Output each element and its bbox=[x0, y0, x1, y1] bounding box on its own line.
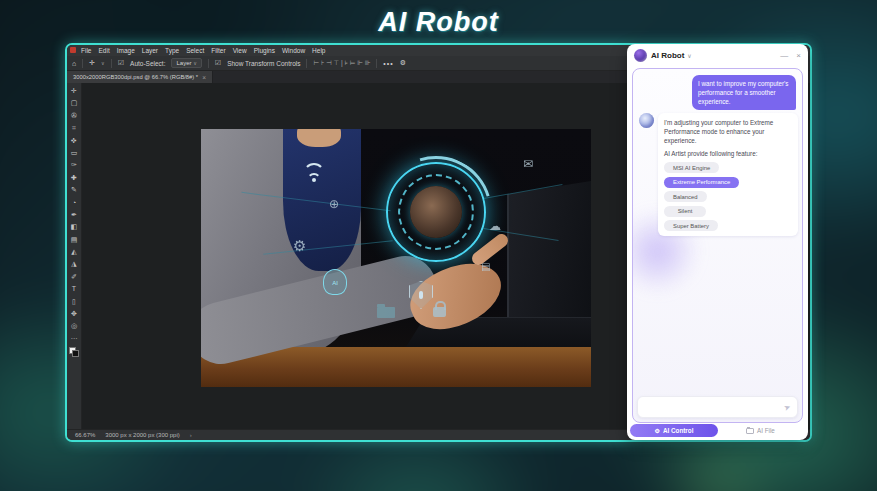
home-icon[interactable]: ⌂ bbox=[72, 60, 76, 67]
chevron-down-icon[interactable]: ∨ bbox=[101, 60, 105, 66]
auto-select-label: Auto-Select: bbox=[130, 60, 165, 67]
crop-tool-icon[interactable]: ✜ bbox=[71, 135, 77, 147]
chat-area: I want to improve my computer's performa… bbox=[632, 68, 803, 423]
send-icon[interactable]: ➤ bbox=[783, 402, 792, 413]
menu-view[interactable]: View bbox=[233, 47, 247, 54]
eyedropper-tool-icon[interactable]: ✑ bbox=[71, 159, 77, 171]
feature-pill-super-battery[interactable]: Super Battery bbox=[664, 220, 718, 231]
feature-pill-extreme-performance[interactable]: Extreme Performance bbox=[664, 177, 739, 188]
menu-type[interactable]: Type bbox=[165, 47, 179, 54]
marquee-tool-icon[interactable]: ▢ bbox=[71, 97, 78, 109]
menu-filter[interactable]: Filter bbox=[211, 47, 225, 54]
object-selection-tool-icon[interactable]: ⌗ bbox=[72, 122, 76, 134]
ai-message-card: I'm adjusting your computer to Extreme P… bbox=[658, 113, 798, 236]
chat-input[interactable] bbox=[638, 404, 784, 411]
document-dimensions: 3000 px x 2000 px (300 ppi) bbox=[105, 432, 179, 438]
menu-layer[interactable]: Layer bbox=[142, 47, 158, 54]
feature-pill-msi-ai-engine[interactable]: MSI AI Engine bbox=[664, 162, 719, 173]
menu-plugins[interactable]: Plugins bbox=[254, 47, 275, 54]
ai-panel-title: AI Robot bbox=[651, 51, 684, 60]
close-icon[interactable]: × bbox=[202, 74, 206, 81]
color-swatches[interactable] bbox=[69, 347, 79, 357]
ai-panel-header: AI Robot ∨ — × bbox=[627, 44, 808, 67]
tune-icon: ⚙ bbox=[655, 427, 660, 434]
menu-edit[interactable]: Edit bbox=[98, 47, 109, 54]
document-tab-title: 3000x2000RGB300dpi.psd @ 66.7% (RGB/8#) … bbox=[73, 74, 198, 80]
ellipsis-tool-icon[interactable]: ⋯ bbox=[71, 333, 78, 345]
shape-tool-icon[interactable]: ▯ bbox=[72, 296, 76, 308]
folder-icon bbox=[746, 428, 754, 434]
feature-pill-list: MSI AI EngineExtreme PerformanceBalanced… bbox=[664, 162, 792, 231]
app-icon bbox=[70, 47, 76, 53]
ai-control-button[interactable]: ⚙ AI Control bbox=[630, 424, 718, 437]
clone-stamp-tool-icon[interactable]: ◔ bbox=[72, 197, 76, 209]
move-tool-icon[interactable]: ✛ bbox=[71, 85, 77, 97]
document-photo: ⊕ ⚙ ✉ ☁ ▤ AI bbox=[201, 129, 591, 387]
background-color-swatch[interactable] bbox=[72, 350, 79, 357]
minimize-icon[interactable]: — bbox=[780, 51, 788, 60]
panel-buttons-row: ⚙ AI Control AI File bbox=[627, 423, 808, 438]
lasso-tool-icon[interactable]: ✇ bbox=[71, 110, 77, 122]
keyhole-icon bbox=[419, 291, 423, 299]
tools-panel: ✛▢✇⌗✜▭✑✚✎◔✒◧▤◭◮✐T▯✥◎⋯ bbox=[67, 83, 82, 429]
lock-icon bbox=[433, 307, 446, 317]
page-title: AI Robot bbox=[0, 7, 877, 38]
gear-icon[interactable]: ⚙ bbox=[400, 59, 406, 67]
show-transform-checkbox-icon[interactable]: ☑ bbox=[215, 59, 221, 67]
menu-file[interactable]: File bbox=[81, 47, 91, 54]
folder-icon bbox=[377, 307, 395, 318]
chevron-down-icon[interactable]: ∨ bbox=[687, 52, 691, 59]
zoom-level[interactable]: 66.67% bbox=[75, 432, 95, 438]
documents-icon: ▤ bbox=[481, 261, 490, 272]
ai-robot-logo-icon bbox=[634, 49, 647, 62]
ai-message-text: I'm adjusting your computer to Extreme P… bbox=[664, 118, 792, 145]
menu-window[interactable]: Window bbox=[282, 47, 305, 54]
feature-pill-balanced[interactable]: Balanced bbox=[664, 191, 707, 202]
more-options-icon[interactable]: ••• bbox=[383, 60, 393, 67]
mail-icon: ✉ bbox=[523, 157, 533, 171]
history-brush-tool-icon[interactable]: ✒ bbox=[71, 209, 77, 221]
type-tool-icon[interactable]: T bbox=[72, 283, 76, 295]
show-transform-label: Show Transform Controls bbox=[227, 60, 300, 67]
cloud-icon: ☁ bbox=[489, 219, 501, 233]
blur-tool-icon[interactable]: ◭ bbox=[71, 246, 76, 258]
person-neck bbox=[297, 129, 341, 147]
ai-file-button[interactable]: AI File bbox=[746, 427, 775, 434]
user-message-bubble: I want to improve my computer's performa… bbox=[692, 75, 796, 110]
hologram-core bbox=[410, 186, 462, 238]
auto-select-checkbox-icon[interactable]: ☑ bbox=[118, 59, 124, 67]
pen-tool-icon[interactable]: ✐ bbox=[71, 271, 77, 283]
layer-dropdown[interactable]: Layer ∨ bbox=[171, 58, 201, 68]
align-icons[interactable]: ⊢ ⊦ ⊣ ⊤ | ⊧ ⊨ ⊩ ⊪ bbox=[313, 59, 370, 67]
ai-message-row: I'm adjusting your computer to Extreme P… bbox=[639, 113, 798, 236]
globe-icon: ⊕ bbox=[329, 197, 339, 211]
document-tab[interactable]: 3000x2000RGB300dpi.psd @ 66.7% (RGB/8#) … bbox=[67, 71, 213, 83]
zoom-tool-icon[interactable]: ◎ bbox=[71, 320, 77, 332]
gears-icon: ⚙ bbox=[293, 237, 306, 255]
healing-tool-icon[interactable]: ✚ bbox=[71, 172, 77, 184]
wifi-icon bbox=[303, 167, 325, 185]
status-arrow-icon[interactable]: › bbox=[190, 432, 192, 438]
brush-tool-icon[interactable]: ✎ bbox=[71, 184, 77, 196]
menu-select[interactable]: Select bbox=[186, 47, 204, 54]
ai-avatar bbox=[639, 113, 654, 128]
tools-list: ✛▢✇⌗✜▭✑✚✎◔✒◧▤◭◮✐T▯✥◎⋯ bbox=[71, 85, 78, 345]
chevron-down-icon: ∨ bbox=[193, 60, 197, 66]
menu-bar-items: FileEditImageLayerTypeSelectFilterViewPl… bbox=[81, 47, 325, 54]
screen: AI Robot FileEditImageLayerTypeSelectFil… bbox=[0, 0, 877, 491]
close-icon[interactable]: × bbox=[796, 51, 801, 60]
hand-tool-icon[interactable]: ✥ bbox=[71, 308, 77, 320]
eraser-tool-icon[interactable]: ◧ bbox=[71, 221, 78, 233]
menu-image[interactable]: Image bbox=[117, 47, 135, 54]
dodge-tool-icon[interactable]: ◮ bbox=[71, 258, 76, 270]
frame-tool-icon[interactable]: ▭ bbox=[71, 147, 78, 159]
ai-prompt-text: AI Artist provide following feature: bbox=[664, 150, 792, 157]
feature-pill-silent[interactable]: Silent bbox=[664, 206, 706, 217]
move-tool-icon[interactable]: ✛ bbox=[89, 59, 95, 67]
ai-head-icon: AI bbox=[323, 269, 347, 295]
chat-input-container: ➤ bbox=[637, 396, 798, 418]
gradient-tool-icon[interactable]: ▤ bbox=[71, 234, 78, 246]
ai-robot-panel: AI Robot ∨ — × I want to improve my comp… bbox=[627, 44, 808, 440]
menu-help[interactable]: Help bbox=[312, 47, 325, 54]
